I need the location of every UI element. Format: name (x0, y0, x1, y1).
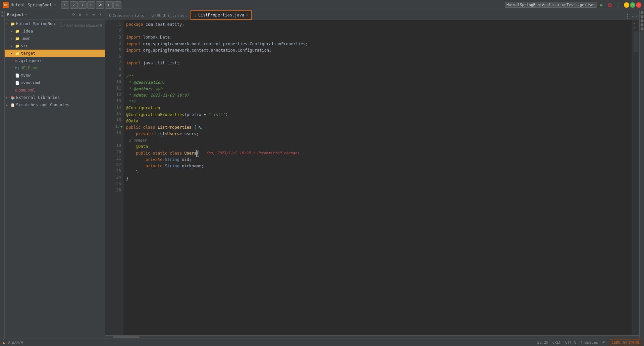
minimap: ✏ ✓ (633, 20, 639, 335)
tab-edit-icon[interactable]: ✏ (632, 14, 634, 19)
code-line-14: @Configuration (126, 105, 630, 111)
tree-item-idea[interactable]: ▶ 📁 .idea (5, 27, 105, 35)
tab-listprops[interactable]: J ListProperties.java × (191, 10, 252, 20)
left-icon-2[interactable] (1, 15, 3, 17)
nav-redo[interactable]: ↻ (113, 1, 121, 9)
right-icon-3 (641, 19, 643, 22)
check-icon-right[interactable]: ✓ (634, 26, 639, 30)
debug-button[interactable]: 🐞 (606, 2, 613, 8)
left-icon-1[interactable] (1, 11, 3, 13)
right-sidebar (639, 10, 644, 339)
panel-title: Project (7, 12, 24, 17)
nav-back[interactable]: ← (61, 1, 69, 9)
folder-idea-icon: 📁 (15, 29, 20, 34)
project-panel: Project ▾ ⟳ ⊞ × ≡ ▾ ▾ 📁 Hutool_SpringBoo… (5, 10, 105, 339)
tree-item-root[interactable]: ▾ 📁 Hutool_SpringBoot – D:\Web\WebWorkSp… (5, 20, 105, 27)
code-line-10: * @description: (126, 79, 630, 86)
tree-item-src[interactable]: ▶ 📁 src (5, 42, 105, 50)
code-line-18b: 5 usages (126, 137, 630, 143)
tab-icon-console: C (109, 14, 111, 17)
tab-close-listprops[interactable]: × (246, 13, 248, 17)
code-line-24: } (126, 176, 630, 182)
tree-item-mvn[interactable]: ▶ 📁 .mvn (5, 35, 105, 42)
tab-urlutil[interactable]: U URLUtil.class (148, 11, 191, 20)
edit-icon-right[interactable]: ✏ (634, 21, 639, 25)
code-line-22: private String nickname; (126, 163, 630, 169)
more-run-options[interactable]: ⋮ (614, 2, 621, 8)
line-number-gutter: 1 2 3 4 5 6 7 8 9 10 11 12 13 14 15 16 1… (105, 20, 123, 335)
tab-console[interactable]: C Console.class (105, 11, 148, 20)
code-content[interactable]: package com.test.entity; import lombok.D… (123, 20, 633, 335)
tree-label-extlibs: External Libraries (16, 95, 60, 100)
panel-expand-icon[interactable]: ⊞ (77, 12, 83, 17)
tree-item-target[interactable]: ▶ 📁 target (5, 50, 105, 57)
status-position[interactable]: 20:25 (537, 340, 548, 345)
tab-label-urlutil: URLUtil.class (155, 13, 187, 18)
tree-label-target: target (21, 51, 35, 56)
folder-mvn-icon: 📁 (15, 37, 20, 41)
file-helpmd-icon: M↓ (15, 66, 19, 70)
tree-item-extlibs[interactable]: ▶ 📚 External Libraries (5, 94, 105, 101)
tree-label-helpmd: HELP.md (20, 66, 38, 70)
tab-bar-actions: ⋮ ✏ ✓ (623, 13, 639, 20)
status-eye-icon[interactable]: 👁 (602, 340, 606, 345)
code-line-15: @ConfigurationProperties(prefix = "list1… (126, 112, 630, 118)
nav-check[interactable]: ✓ (70, 1, 78, 9)
panel-settings-icon[interactable]: ≡ (91, 12, 96, 17)
status-user-label[interactable]: CSDN @小龙虾疆 (610, 340, 641, 345)
maximize-button[interactable]: □ (630, 2, 635, 8)
tree-item-mvnw[interactable]: ▶ 📄 mvnw (5, 72, 105, 79)
run-config-dropdown[interactable]: HutoolSpringBootApplicationTests.getUser (505, 2, 597, 8)
code-line-12: * @date: 2023-11-02 18:07 (126, 92, 630, 99)
code-editor: 1 2 3 4 5 6 7 8 9 10 11 12 13 14 15 16 1… (105, 20, 639, 335)
right-icon-2 (641, 15, 643, 18)
tab-label-console: Console.class (113, 13, 144, 18)
status-indent: 4 spaces (580, 340, 598, 345)
code-line-4: import org.springframework.boot.context.… (126, 41, 630, 47)
tree-label-pomxml: pom.xml (18, 88, 36, 93)
code-line-16: @Data (126, 118, 630, 124)
nav-refresh[interactable]: ⟳ (96, 1, 104, 9)
folder-scratches-icon: 📋 (10, 103, 15, 107)
code-line-25 (126, 182, 630, 189)
tree-item-gitignore[interactable]: ▶ ⊘ .gitignore (5, 57, 105, 64)
run-controls: HutoolSpringBootApplicationTests.getUser… (505, 2, 621, 8)
status-line-ending[interactable]: CRLF (552, 340, 561, 345)
right-icon-5 (641, 27, 643, 30)
panel-close-icon[interactable]: × (84, 12, 90, 17)
file-tree: ▾ 📁 Hutool_SpringBoot – D:\Web\WebWorkSp… (5, 19, 105, 339)
tab-check-icon[interactable]: ✓ (636, 14, 638, 19)
close-button[interactable]: × (636, 2, 641, 8)
tree-item-mvnwcmd[interactable]: ▶ 📄 mvnw.cmd (5, 79, 105, 86)
code-line-13: **/ (126, 99, 630, 105)
code-line-18: private List<Users> users; (126, 131, 630, 137)
code-line-3: import lombok.Data; (126, 34, 630, 41)
code-line-1: package com.test.entity; (126, 21, 630, 28)
nav-up[interactable]: ⬆ (105, 1, 113, 9)
status-delta: 8 ∆/N/A (8, 340, 23, 345)
code-line-6 (126, 54, 630, 60)
tab-more-icon[interactable]: ⋮ (625, 13, 631, 20)
scroll-thumb[interactable] (113, 336, 140, 338)
minimize-button[interactable]: — (624, 2, 629, 8)
status-bar: ▲ 8 ∆/N/A 20:25 CRLF UTF-8 4 spaces 👁 CS… (0, 339, 644, 346)
tab-icon-listprops: J (195, 13, 197, 17)
tab-label-listprops: ListProperties.java (198, 13, 244, 17)
status-encoding[interactable]: UTF-8 (565, 340, 576, 345)
file-mvnw-icon: 📄 (15, 73, 20, 78)
panel-more-icon[interactable]: ▾ (98, 12, 103, 17)
run-button[interactable]: ▶ (598, 2, 605, 8)
project-name-title: Hutool_SpringBoot (11, 3, 52, 7)
tree-item-helpmd[interactable]: ▶ M↓ HELP.md (5, 64, 105, 72)
panel-sync-icon[interactable]: ⟳ (71, 12, 76, 17)
tree-label-gitignore: .gitignore (18, 58, 43, 63)
code-line-11: * @author: wyh (126, 86, 630, 92)
tree-label-idea: .idea (21, 29, 33, 34)
horizontal-scrollbar[interactable] (105, 335, 639, 339)
tree-item-pomxml[interactable]: ▶ m pom.xml (5, 86, 105, 94)
tree-item-scratches[interactable]: ▶ 📋 Scratches and Consoles (5, 101, 105, 109)
nav-forward[interactable]: ↗ (78, 1, 87, 9)
main-area: Project ▾ ⟳ ⊞ × ≡ ▾ ▾ 📁 Hutool_SpringBoo… (0, 10, 644, 339)
app-logo: HS (3, 2, 9, 8)
nav-undo[interactable]: ↩ (87, 1, 95, 9)
